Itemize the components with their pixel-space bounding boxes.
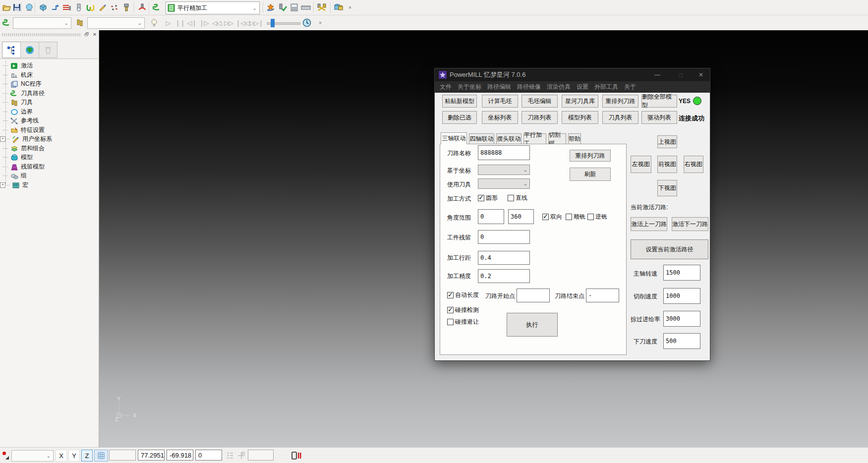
close-sim-toolbar-icon[interactable]: × (316, 17, 324, 29)
tab-swivel-head[interactable]: 摆头联动 (496, 133, 521, 144)
view-front-button[interactable]: 前视图 (657, 156, 677, 173)
tool-swap-icon[interactable] (316, 1, 327, 13)
tree-item-workplanes[interactable]: +用户坐标系 (0, 134, 52, 144)
open-project-icon[interactable] (1, 1, 12, 13)
status-field-2[interactable] (248, 450, 274, 461)
tree-item-boundaries[interactable]: 边界 (3, 107, 33, 116)
menu-path-edit[interactable]: 路径编辑 (487, 83, 511, 91)
stock-edit-button[interactable]: 毛坯编辑 (521, 95, 558, 108)
tree-item-stock-models[interactable]: 残留模型 (3, 162, 45, 172)
panel-close-icon[interactable]: ✕ (91, 31, 98, 38)
tab-saw[interactable]: 切割锯 (548, 133, 566, 144)
coord-list-button[interactable]: 坐标列表 (482, 111, 518, 124)
execute-button[interactable]: 执行 (507, 313, 558, 337)
menu-about[interactable]: 关于 (624, 83, 636, 91)
workplane-edit-icon[interactable] (97, 1, 108, 13)
tree-item-toolpaths[interactable]: 刀具路径 (3, 89, 45, 98)
conventional-checkbox[interactable]: 逆铣 (587, 213, 607, 221)
tree-item-levels[interactable]: 层和组合 (3, 144, 45, 153)
based-coord-combobox[interactable]: ⌄ (478, 165, 530, 175)
mode-line-checkbox[interactable]: 直线 (508, 194, 527, 202)
view-left-button[interactable]: 左视图 (631, 156, 651, 173)
tree-item-patterns[interactable]: 参考线 (3, 116, 39, 125)
view-bottom-button[interactable]: 下视图 (657, 180, 677, 196)
plunge-feed-input[interactable] (663, 333, 700, 349)
tool-ball-icon[interactable] (73, 1, 84, 13)
clock-icon[interactable] (301, 17, 312, 29)
model-list-button[interactable]: 模型列表 (562, 111, 598, 124)
checkbox-icon[interactable] (447, 319, 454, 325)
tab-parallel[interactable]: 平行加工 (523, 133, 546, 144)
menu-external-tools[interactable]: 外部工具 (594, 83, 618, 91)
menu-render-sim[interactable]: 渲染仿真 (547, 83, 571, 91)
climb-checkbox[interactable]: 顺铣 (566, 213, 585, 221)
use-tool-combobox[interactable]: ⌄ (478, 178, 530, 189)
tab-3axis[interactable]: 三轴联动 (441, 132, 467, 144)
tool-library-button[interactable]: 星河刀具库 (562, 95, 598, 108)
coord-z-field[interactable]: 0 (195, 450, 222, 461)
lightbulb-icon[interactable] (149, 17, 160, 29)
minimize-button[interactable]: — (653, 70, 662, 79)
stepover-input[interactable] (478, 251, 530, 265)
dialog-title-bar[interactable]: PowerMILL 忆梦星河 7.0.6 — ◻ ✕ (435, 68, 710, 81)
feed-rate-icon[interactable] (61, 1, 72, 13)
axis-y-button[interactable]: Y (68, 450, 80, 462)
skim-feed-input[interactable] (663, 311, 700, 327)
chevron-down-icon[interactable]: ⌄ (44, 453, 53, 459)
fast-forward-icon[interactable]: ▷▷ (223, 17, 234, 29)
tree-item-groups[interactable]: 组 (3, 171, 27, 180)
speed-slider-handle[interactable] (271, 19, 275, 27)
tree-item-models[interactable]: 模型 (3, 153, 33, 162)
calculator-icon[interactable] (289, 1, 300, 13)
tool-list-button[interactable]: 刀具列表 (602, 111, 638, 124)
tree-item-nc-programs[interactable]: NC程序 (3, 79, 41, 89)
tool-holder-icon[interactable] (121, 1, 132, 13)
cutting-feed-input[interactable] (663, 288, 700, 304)
checkbox-checked-icon[interactable] (542, 214, 549, 220)
rearrange-toolpaths-button[interactable]: 重排列刀路 (602, 95, 638, 108)
view-right-button[interactable]: 右视图 (684, 156, 703, 173)
pan-origin-icon[interactable] (237, 451, 246, 462)
stock-icon[interactable] (333, 1, 344, 13)
sim-tool-combobox[interactable]: ⌄ (87, 17, 145, 29)
tree-item-machine[interactable]: 机床 (3, 70, 33, 80)
activate-next-toolpath-button[interactable]: 激活下一刀路 (672, 217, 708, 231)
go-to-end-icon[interactable]: ▷▷❘ (249, 17, 264, 29)
bidirectional-checkbox[interactable]: 双向 (542, 213, 562, 221)
globe-tab[interactable] (20, 42, 39, 58)
chevron-down-icon[interactable]: ⌄ (62, 20, 71, 26)
step-back-icon[interactable]: ◁❘ (186, 17, 197, 29)
activate-prev-toolpath-button[interactable]: 激活上一刀路 (631, 217, 667, 231)
axis-x-button[interactable]: X (56, 450, 67, 462)
tab-4axis[interactable]: 四轴联动 (469, 133, 494, 144)
sphere-icon[interactable] (24, 1, 35, 13)
xyz-list-icon[interactable] (226, 452, 234, 462)
angle-end-input[interactable] (508, 209, 534, 224)
delete-all-models-button[interactable]: 删除全部模型 (641, 95, 677, 108)
pattern-icon[interactable] (109, 1, 120, 13)
checkbox-icon[interactable] (566, 214, 572, 220)
refresh-button[interactable]: 刷新 (570, 168, 611, 181)
collision-avoid-checkbox[interactable]: 碰撞避让 (447, 318, 479, 326)
angle-start-input[interactable] (478, 209, 504, 224)
checkbox-checked-icon[interactable] (447, 307, 454, 313)
tree-item-tools[interactable]: 刀具 (3, 98, 33, 107)
probe-point-button[interactable] (1, 450, 10, 461)
coord-y-field[interactable]: -69.918 (167, 450, 193, 461)
measure-icon[interactable] (300, 1, 311, 13)
toolpath-list-button[interactable]: 刀路列表 (521, 111, 558, 124)
expander-plus-icon[interactable]: + (0, 136, 5, 142)
toolpath-star-icon[interactable] (265, 1, 276, 13)
tree-item-macros[interactable]: +宏 (0, 180, 28, 190)
status-combobox[interactable]: ⌄ (11, 450, 54, 462)
rearrange-button[interactable]: 重排列刀路 (570, 150, 611, 162)
coord-x-field[interactable]: 77.2951 (138, 450, 165, 461)
compute-stock-button[interactable]: 计算毛坯 (482, 95, 518, 108)
stock-allowance-input[interactable] (478, 230, 530, 244)
close-button[interactable]: ✕ (696, 70, 705, 79)
expander-plus-icon[interactable]: + (0, 182, 5, 188)
end-point-input[interactable] (586, 289, 619, 302)
trash-tab[interactable] (39, 42, 58, 58)
delete-selected-button[interactable]: 删除已选 (442, 111, 477, 124)
checkbox-checked-icon[interactable] (478, 195, 484, 201)
